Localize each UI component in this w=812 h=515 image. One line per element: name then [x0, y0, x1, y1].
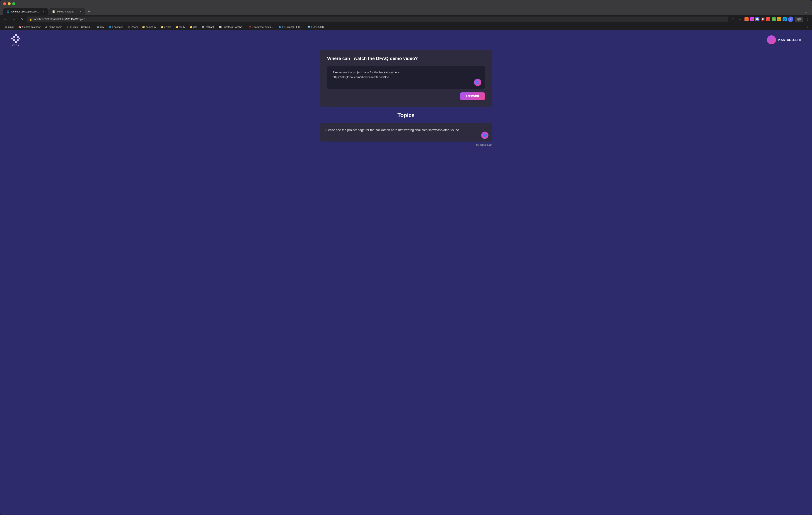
- svg-rect-5: [13, 39, 15, 41]
- bookmark-study-label: study: [179, 26, 185, 28]
- bookmark-netbank[interactable]: 🏦 netbank: [200, 25, 216, 29]
- close-traffic-light[interactable]: [3, 2, 6, 5]
- bookmark-native-label: native camp: [49, 26, 62, 28]
- extension-icon-7[interactable]: 🧩: [777, 17, 781, 21]
- extension-icon-8[interactable]: 🔵: [783, 17, 787, 21]
- extension-icon-6[interactable]: 🟢: [772, 17, 776, 21]
- profile-button[interactable]: K: [788, 17, 793, 22]
- bookmark-facebook[interactable]: 📘 Facebook: [107, 25, 125, 29]
- tab-close-1[interactable]: ✕: [42, 10, 45, 13]
- bookmark-fundoor[interactable]: 💎 FUNDOOR: [306, 25, 326, 29]
- svg-rect-7: [15, 41, 17, 43]
- bookmark-study[interactable]: 📁 study: [173, 25, 187, 29]
- bookmark-dao[interactable]: 📁 dao: [187, 25, 199, 29]
- tab-favicon-2: 📝: [52, 10, 55, 13]
- app-logo[interactable]: DFAQ: [11, 33, 21, 46]
- answer-avatar: 🌀: [474, 79, 481, 86]
- bookmark-gmail[interactable]: ✉ gmail: [2, 25, 16, 29]
- tab-active[interactable]: 🌐 localhost:3000/guild/DFAQ DA ✕: [3, 8, 49, 15]
- dev-favicon: 💻: [96, 25, 99, 29]
- svg-rect-3: [11, 38, 13, 39]
- main-content: Where can I watch the DFAQ demo video? P…: [0, 50, 812, 515]
- bookmark-cvoxel-label: C-Voxel | Grants |...: [70, 26, 92, 28]
- app-logo-text: DFAQ: [12, 43, 20, 46]
- bookmarks-bar: ✉ gmail 📅 Google calendar 🏕 native camp …: [0, 24, 812, 30]
- bookmark-cvoxel[interactable]: ⚡ C-Voxel | Grants |...: [64, 25, 94, 29]
- dfaq-logo-icon: [11, 33, 21, 43]
- netbank-favicon: 🏦: [201, 25, 205, 29]
- extension-icon-4[interactable]: 🎯: [761, 17, 765, 21]
- topic-avatar-emoji: 🌀: [483, 133, 487, 137]
- tab-title-2: Memo Notepad: [57, 10, 77, 13]
- tabs-row: 🌐 localhost:3000/guild/DFAQ DA ✕ 📝 Memo …: [3, 8, 809, 15]
- bookmark-crypto[interactable]: 📁 crypto: [158, 25, 173, 29]
- ethglobal-favicon: 🔷: [278, 25, 281, 29]
- tab-memo[interactable]: 📝 Memo Notepad ✕: [49, 8, 85, 15]
- address-bar[interactable]: 🔒 localhost:3000/guild/DFAQ%20DAO/topic/…: [27, 17, 728, 22]
- svg-rect-1: [13, 36, 15, 38]
- extension-icon-5[interactable]: 🔴: [766, 17, 770, 21]
- tab-favicon-1: 🌐: [6, 10, 9, 13]
- fullscreen-traffic-light[interactable]: [12, 2, 15, 5]
- forward-button[interactable]: →: [10, 16, 17, 23]
- bookmark-substack-label: Substack Dashbo...: [223, 26, 244, 28]
- topics-section: Topics Please see the project page for t…: [320, 112, 492, 146]
- bookmarks-overflow-button[interactable]: »: [806, 25, 810, 29]
- answer-button[interactable]: ANSWER: [460, 92, 485, 100]
- bookmark-button[interactable]: ☆: [737, 16, 743, 22]
- tab-expand-button[interactable]: ⌄: [803, 10, 809, 15]
- page-content: DFAQ KANTARO.ETH Where can I watch the D…: [0, 30, 812, 515]
- extension-icon-3[interactable]: 💬: [755, 17, 759, 21]
- bookmark-feature-label: Feature/v2 cvoxel...: [252, 26, 274, 28]
- bookmark-ethglobal[interactable]: 🔷 ETHglobal - ETH...: [277, 25, 305, 29]
- bookmark-substack[interactable]: 📰 Substack Dashbo...: [217, 25, 246, 29]
- new-tab-button[interactable]: +: [86, 8, 92, 15]
- zoom-favicon: 🎥: [127, 25, 130, 29]
- crypto-favicon: 📁: [160, 25, 163, 29]
- bookmark-netbank-label: netbank: [205, 26, 214, 28]
- gcal-favicon: 📅: [18, 25, 21, 29]
- reload-button[interactable]: ↻: [19, 16, 25, 23]
- extension-icon-2[interactable]: 🦋: [750, 17, 754, 21]
- bookmark-dev[interactable]: 💻 dev: [94, 25, 106, 29]
- title-bar: 🌐 localhost:3000/guild/DFAQ DA ✕ 📝 Memo …: [0, 0, 812, 15]
- company-favicon: 📁: [142, 25, 145, 29]
- extension-icon-1[interactable]: 🦊: [745, 17, 749, 21]
- answer-box: Please see the project page for the hack…: [327, 66, 485, 89]
- bookmark-crypto-label: crypto: [164, 26, 171, 28]
- bookmark-zoom[interactable]: 🎥 Zoom: [125, 25, 140, 29]
- tab-close-2[interactable]: ✕: [79, 10, 82, 13]
- back-button[interactable]: ←: [2, 16, 9, 23]
- bookmark-zoom-label: Zoom: [132, 26, 138, 28]
- answer-link-text: hackathon: [379, 71, 393, 74]
- bookmark-native[interactable]: 🏕 native camp: [43, 25, 64, 29]
- bookmark-company[interactable]: 📁 company: [140, 25, 158, 29]
- svg-rect-4: [19, 38, 20, 39]
- topic-avatar: 🌀: [481, 131, 489, 139]
- update-button[interactable]: 更新: [795, 17, 803, 22]
- user-profile[interactable]: KANTARO.ETH: [767, 35, 801, 44]
- tab-title-1: localhost:3000/guild/DFAQ DA: [11, 10, 40, 13]
- minimize-traffic-light[interactable]: [8, 2, 11, 5]
- bookmark-feature[interactable]: ⭕ Feature/v2 cvoxel...: [246, 25, 276, 29]
- bookmark-ethglobal-label: ETHglobal - ETH...: [282, 26, 303, 28]
- answer-line2-text: https://ethglobal.com/showcase/dfaq-vs3h…: [332, 75, 389, 79]
- bookmark-gcal-label: Google calendar: [22, 26, 40, 28]
- gmail-favicon: ✉: [4, 25, 7, 29]
- study-favicon: 📁: [175, 25, 178, 29]
- bookmark-gcal[interactable]: 📅 Google calendar: [16, 25, 42, 29]
- topic-card: Please see the project page for the hack…: [320, 123, 492, 142]
- svg-rect-0: [15, 34, 17, 36]
- feature-favicon: ⭕: [248, 25, 252, 29]
- answer-button-row: ANSWER: [327, 92, 485, 100]
- native-favicon: 🏕: [45, 25, 48, 29]
- dao-favicon: 📁: [189, 25, 192, 29]
- topics-title: Topics: [320, 112, 492, 118]
- user-avatar: [767, 35, 776, 44]
- question-title: Where can I watch the DFAQ demo video?: [327, 56, 485, 61]
- fundoor-favicon: 💎: [307, 25, 310, 29]
- bookmark-facebook-label: Facebook: [112, 26, 123, 28]
- browser-menu-button[interactable]: ⋮: [805, 17, 810, 22]
- share-button[interactable]: ⬆: [730, 16, 736, 22]
- nav-bar: ← → ↻ 🔒 localhost:3000/guild/DFAQ%20DAO/…: [0, 15, 812, 24]
